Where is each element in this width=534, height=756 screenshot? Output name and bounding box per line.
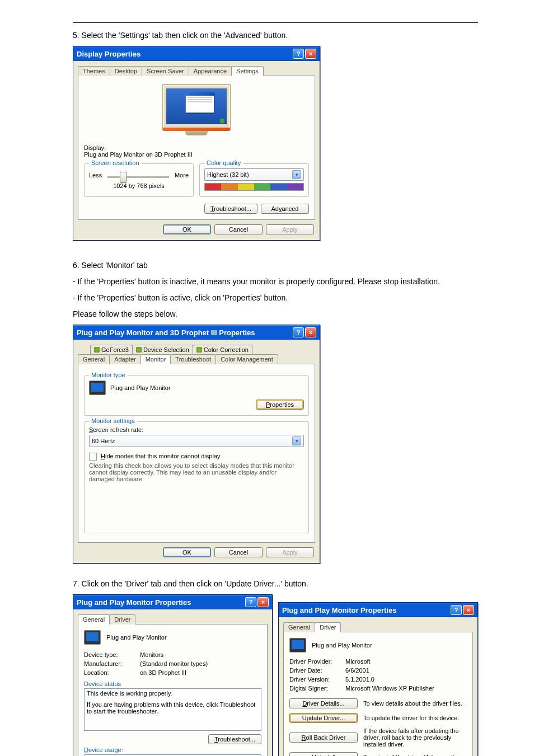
title-text: Plug and Play Monitor Properties [282,606,396,614]
titlebar: Display Properties ? × [73,46,320,61]
less-label: Less [89,172,102,179]
tab-screen-saver[interactable]: Screen Saver [142,66,189,76]
color-bar-icon [204,183,304,191]
update-driver-desc: To update the driver for this device. [363,715,467,721]
location-label: Location: [84,669,135,676]
display-value: Plug and Play Monitor on 3D Prophet III [84,151,309,158]
chevron-down-icon: ▾ [292,170,301,179]
hide-modes-desc: Clearing this check box allows you to se… [89,462,304,482]
close-button-icon[interactable]: × [257,597,269,607]
monitor-name: Plug and Play Monitor [110,384,171,391]
device-status-value: This device is working properly. [87,690,259,697]
roll-back-driver-button[interactable]: Roll Back Driver [289,732,358,743]
driver-version-value: 5.1.2001.0 [345,676,374,683]
device-type-value: Monitors [140,651,163,658]
driver-date-label: Driver Date: [289,667,341,674]
title-text: Plug and Play Monitor and 3D Prophet III… [77,328,255,337]
monitor-preview-icon [157,84,236,140]
tab-color-management[interactable]: Color Management [216,354,278,364]
nvidia-icon [136,347,142,353]
digital-signer-label: Digital Signer: [289,685,341,692]
help-button-icon[interactable]: ? [293,327,304,337]
driver-version-label: Driver Version: [289,676,341,683]
monitor-name: Plug and Play Monitor [106,634,167,641]
titlebar: Plug and Play Monitor Properties ? × [73,595,272,609]
uninstall-desc: To uninstall the driver (Advanced). [363,754,467,756]
tab-adapter[interactable]: Adapter [109,354,141,364]
troubleshoot-button[interactable]: Troubleshoot... [204,204,257,214]
color-quality-legend: Color quality [204,159,243,166]
tab-troubleshoot[interactable]: Troubleshoot [170,354,216,364]
tab-general[interactable]: General [78,614,110,624]
device-status-help: If you are having problems with this dev… [87,701,259,715]
refresh-rate-label: Screen refresh rate: [89,426,304,433]
title-text: Display Properties [77,50,140,58]
color-quality-value: Highest (32 bit) [207,171,249,178]
hide-modes-checkbox[interactable] [89,453,97,461]
driver-details-button[interactable]: Driver Details... [289,698,358,708]
location-value: on 3D Prophet III [140,669,186,676]
tab-themes[interactable]: Themes [78,66,110,76]
monitor-icon [89,381,106,395]
hide-modes-label: Hide modes that this monitor cannot disp… [101,453,220,459]
chevron-down-icon: ▾ [292,436,301,445]
update-driver-button[interactable]: Update Driver... [289,713,358,723]
digital-signer-value: Microsoft Windows XP Publisher [345,685,434,692]
refresh-rate-dropdown[interactable]: 60 Hertz ▾ [89,435,304,447]
resolution-value: 1024 by 768 pixels [89,182,189,189]
apply-button[interactable]: Apply [266,224,314,234]
adapter-properties-dialog: Plug and Play Monitor and 3D Prophet III… [73,325,320,564]
help-button-icon[interactable]: ? [293,49,304,59]
tab-desktop[interactable]: Desktop [110,66,142,76]
tab-settings[interactable]: Settings [231,66,264,76]
tab-device-selection[interactable]: Device Selection [132,345,193,354]
close-button-icon[interactable]: × [463,605,474,615]
device-status-heading: Device status [84,680,261,687]
cancel-button[interactable]: Cancel [214,224,263,234]
title-text: Plug and Play Monitor Properties [77,598,191,607]
ok-button[interactable]: OK [163,547,211,557]
ok-button[interactable]: OK [163,224,211,234]
tab-geforce3[interactable]: GeForce3 [90,345,133,354]
advanced-button[interactable]: Advanced [261,204,309,214]
close-button-icon[interactable]: × [305,327,316,337]
instruction-step6b: - If the 'Properties' button is inactive… [73,276,478,288]
roll-back-desc: If the device fails after updating the d… [363,727,467,748]
tab-general[interactable]: General [78,354,110,364]
refresh-rate-value: 60 Hertz [92,438,115,444]
tab-driver[interactable]: Driver [109,614,135,624]
properties-button[interactable]: Properties [256,400,304,410]
resolution-slider[interactable] [107,176,169,178]
close-button-icon[interactable]: × [305,49,316,59]
color-quality-dropdown[interactable]: Highest (32 bit) ▾ [204,168,304,181]
tab-driver[interactable]: Driver [315,622,341,632]
tab-color-correction[interactable]: Color Correction [193,345,252,354]
tab-monitor[interactable]: Monitor [140,354,171,364]
device-type-label: Device type: [84,651,135,658]
monitor-type-legend: Monitor type [89,372,128,378]
apply-button[interactable]: Apply [266,547,314,557]
troubleshoot-button[interactable]: Troubleshoot... [208,734,261,744]
help-button-icon[interactable]: ? [451,605,462,615]
screen-resolution-legend: Screen resolution [89,159,142,166]
instruction-step6d: Please follow the steps below. [73,308,478,320]
nvidia-icon [196,347,202,353]
more-label: More [175,172,189,179]
display-label: Display: [84,144,309,151]
instruction-step6c: - If the 'Properties' button is active, … [73,292,478,304]
device-usage-label: Device usage: [84,746,261,753]
device-status-box: This device is working properly. If you … [84,688,261,731]
cancel-button[interactable]: Cancel [214,547,263,557]
help-button-icon[interactable]: ? [245,597,256,607]
tab-general[interactable]: General [283,622,315,632]
manufacturer-value: (Standard monitor types) [140,660,208,667]
monitor-icon [289,638,306,652]
titlebar: Plug and Play Monitor and 3D Prophet III… [73,325,320,340]
titlebar: Plug and Play Monitor Properties ? × [279,603,477,617]
driver-provider-value: Microsoft [345,658,371,665]
tab-appearance[interactable]: Appearance [189,66,232,76]
monitor-icon [84,630,101,645]
uninstall-button[interactable]: Uninstall [289,752,358,756]
driver-date-value: 6/6/2001 [345,667,369,674]
driver-details-desc: To view details about the driver files. [363,700,467,707]
